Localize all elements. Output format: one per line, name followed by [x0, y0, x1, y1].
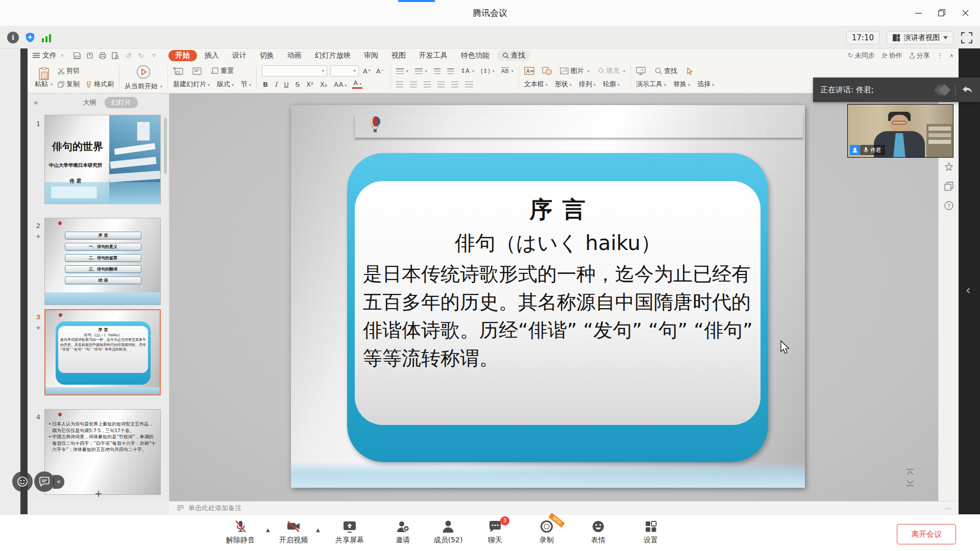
- text-orientation-button[interactable]: AB▾: [501, 67, 513, 74]
- font-size-select[interactable]: ▾: [330, 65, 359, 77]
- slide-3-thumbnail[interactable]: 序 言 俳句（はいく haiku） 是日本传统诗歌形式的一种，迄今为止已经有五百…: [44, 309, 161, 395]
- tab-features[interactable]: 特色功能: [455, 50, 495, 61]
- find-tab[interactable]: 查找: [497, 50, 531, 61]
- floating-emoji-button[interactable]: [12, 471, 33, 492]
- find-button[interactable]: 查找: [655, 66, 677, 76]
- align-center-icon[interactable]: [410, 82, 417, 87]
- new-slide-button[interactable]: 新建幻灯片▾: [173, 80, 210, 89]
- shapes-icon[interactable]: [542, 67, 552, 75]
- close-button[interactable]: [953, 0, 977, 26]
- collaborate-button[interactable]: 协作: [881, 51, 902, 60]
- increase-font-button[interactable]: A⁺: [362, 67, 372, 75]
- previous-slide-button[interactable]: [905, 469, 915, 476]
- tab-design[interactable]: 设计: [227, 50, 252, 61]
- file-menu[interactable]: 文件 ∨: [33, 51, 64, 60]
- underline-button[interactable]: U: [283, 81, 290, 88]
- speaker-video-tile[interactable]: 佟君: [847, 104, 953, 158]
- text-direction-button[interactable]: [↕]▾: [481, 68, 495, 74]
- leave-meeting-button[interactable]: 离开会议: [897, 524, 956, 544]
- presenter-screen-icon[interactable]: [636, 67, 646, 75]
- share-screen-button[interactable]: 共享屏幕: [328, 519, 371, 545]
- character-spacing-button[interactable]: AA▾: [333, 81, 348, 88]
- members-button[interactable]: 成员(52): [427, 519, 470, 545]
- tab-view[interactable]: 视图: [386, 50, 411, 61]
- cut-button[interactable]: 剪切: [58, 65, 114, 77]
- tab-insert[interactable]: 插入: [199, 50, 225, 61]
- sync-status[interactable]: ↻未同步: [848, 51, 875, 60]
- print-preview-icon[interactable]: [111, 51, 120, 60]
- fill-button[interactable]: 填充▾: [597, 66, 625, 76]
- mic-options-caret[interactable]: ▲: [266, 527, 270, 533]
- new-slide-icon[interactable]: [173, 67, 183, 75]
- collapse-ribbon-icon[interactable]: ∧: [950, 53, 953, 58]
- align-left-icon[interactable]: [396, 82, 403, 87]
- thumbnail-scrollbar[interactable]: [164, 118, 167, 174]
- chat-button[interactable]: 3 聊天: [474, 519, 517, 545]
- thumbnail-item-3[interactable]: 3 ★ 序 言 俳句（はいく haiku） 是日本传统诗歌形式的一种，迄今为止已…: [28, 309, 169, 399]
- slide-canvas[interactable]: 序 言 俳句（はいく haiku） 是日本传统诗歌形式的一种，迄今为止已经有五百…: [169, 93, 938, 501]
- start-video-button[interactable]: 开启视频: [272, 519, 315, 545]
- meeting-info-icon[interactable]: i: [7, 32, 19, 43]
- decrease-font-button[interactable]: A⁻: [375, 67, 385, 75]
- switch-window-icon[interactable]: [944, 182, 953, 191]
- security-shield-icon[interactable]: [25, 32, 35, 43]
- reset-button[interactable]: 重置: [211, 66, 234, 76]
- textframe-icon[interactable]: A=: [524, 67, 534, 75]
- export-icon[interactable]: [86, 51, 94, 60]
- superscript-button[interactable]: X²: [305, 81, 314, 88]
- tab-slideshow[interactable]: 幻灯片放映: [309, 50, 356, 61]
- notes-placeholder[interactable]: 单击此处添加备注: [188, 504, 241, 513]
- layout-icon[interactable]: [192, 67, 202, 75]
- paste-button[interactable]: 粘贴▾: [35, 67, 53, 88]
- more-menu-icon[interactable]: ⋮: [937, 52, 943, 59]
- present-tools-button[interactable]: 演示工具▾: [636, 80, 666, 89]
- distribute-icon[interactable]: [451, 82, 458, 87]
- outline-button[interactable]: 轮廓▾: [603, 80, 620, 89]
- slide-1-thumbnail[interactable]: 俳句的世界 中山大学华南日本研究所 佟 君: [44, 115, 161, 204]
- effects-wand-icon[interactable]: [944, 162, 953, 171]
- copy-button[interactable]: 复制: [58, 80, 80, 89]
- layout-button[interactable]: 版式▾: [217, 80, 234, 89]
- settings-button[interactable]: 设置: [629, 519, 672, 545]
- tab-review[interactable]: 审阅: [358, 50, 384, 61]
- italic-button[interactable]: I: [274, 81, 278, 88]
- undo-icon[interactable]: ↺: [124, 51, 133, 60]
- minimize-button[interactable]: [906, 0, 930, 26]
- network-signal-icon[interactable]: [41, 33, 52, 43]
- justify-icon[interactable]: [437, 82, 445, 87]
- fullscreen-icon[interactable]: [961, 32, 973, 44]
- outline-tab[interactable]: 大纲: [83, 98, 96, 107]
- textbox-button[interactable]: 文本框▾: [524, 80, 548, 89]
- unmute-button[interactable]: 解除静音: [219, 519, 262, 545]
- notes-bar[interactable]: 单击此处添加备注 ⋯: [169, 501, 959, 514]
- reactions-button[interactable]: 表情: [577, 519, 620, 545]
- decrease-indent-button[interactable]: [434, 68, 440, 74]
- tab-developer[interactable]: 开发工具: [413, 50, 453, 61]
- increase-indent-button[interactable]: [447, 68, 454, 74]
- numbered-list-button[interactable]: ▾: [415, 68, 427, 74]
- speaking-status-bar[interactable]: 正在讲话: 佟君;: [813, 78, 980, 102]
- expand-panel-chevron[interactable]: ‹: [966, 283, 971, 297]
- share-button[interactable]: 分享: [909, 51, 930, 60]
- view-mode-dropdown[interactable]: 演讲者视图: [887, 31, 953, 44]
- record-button[interactable]: NEW 录制: [525, 519, 568, 545]
- camera-options-caret[interactable]: ▲: [316, 527, 320, 533]
- columns-icon[interactable]: [465, 82, 473, 87]
- select-cursor-icon[interactable]: [687, 67, 694, 75]
- tab-home[interactable]: 开始: [168, 50, 197, 61]
- reply-arrow-icon[interactable]: [962, 85, 973, 94]
- print-icon[interactable]: [99, 51, 107, 60]
- invite-button[interactable]: 邀请: [381, 519, 424, 545]
- section-button[interactable]: 节▾: [241, 80, 251, 89]
- slide-2-thumbnail[interactable]: 序 言 一、俳句的意义 二、俳句的鉴赏 三、俳句的翻译 结 语: [44, 218, 161, 305]
- notes-more-icon[interactable]: ⋯: [944, 504, 951, 512]
- shape-button[interactable]: 形状▾: [555, 80, 572, 89]
- save-icon[interactable]: [73, 51, 82, 60]
- subscript-button[interactable]: X₂: [319, 81, 328, 88]
- format-painter-button[interactable]: 格式刷: [86, 80, 114, 89]
- bullet-list-button[interactable]: ▾: [396, 68, 408, 74]
- next-slide-button[interactable]: [905, 479, 915, 486]
- line-spacing-button[interactable]: ↕A▾: [460, 67, 474, 74]
- arrange-button[interactable]: 排列▾: [579, 80, 596, 89]
- thumbnail-item-2[interactable]: 2 ★ 序 言 一、俳句的意义 二、俳句的鉴赏 三、俳句的翻译 结 语: [28, 218, 169, 308]
